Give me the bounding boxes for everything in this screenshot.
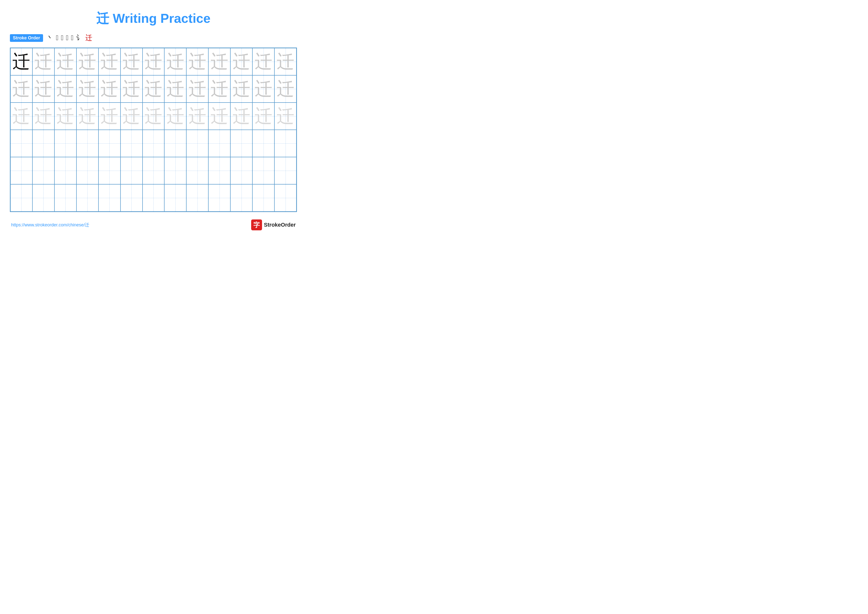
grid-cell[interactable] [164,130,186,157]
grid-cell[interactable] [98,184,121,211]
grid-cell[interactable] [208,130,230,157]
grid-cell[interactable] [253,157,274,184]
grid-cell[interactable]: 迁 [33,75,54,103]
grid-cell[interactable]: 迁 [10,48,33,75]
grid-cell[interactable]: 迁 [253,103,274,130]
grid-cell[interactable]: 迁 [98,103,121,130]
grid-cell[interactable] [76,130,98,157]
grid-cell[interactable]: 迁 [54,75,76,103]
grid-cell[interactable]: 迁 [143,75,164,103]
grid-cell[interactable]: 迁 [54,103,76,130]
grid-cell[interactable] [10,130,33,157]
page-title: 迁 Writing Practice [10,10,297,27]
logo-text: StrokeOrder [264,222,296,228]
grid-cell[interactable]: 迁 [186,75,208,103]
practice-char: 迁 [166,53,184,71]
grid-cell[interactable]: 迁 [121,75,143,103]
grid-cell[interactable] [274,184,296,211]
practice-char: 迁 [254,53,273,71]
practice-char: 迁 [211,80,228,98]
practice-char: 迁 [56,80,74,98]
grid-cell[interactable] [33,157,54,184]
grid-cell[interactable] [10,184,33,211]
grid-cell[interactable]: 迁 [208,48,230,75]
footer: https://www.strokeorder.com/chinese/迁 字 … [10,219,297,230]
grid-cell[interactable] [230,184,253,211]
grid-cell[interactable] [143,184,164,211]
grid-cell[interactable] [186,157,208,184]
grid-cell[interactable]: 迁 [54,48,76,75]
grid-cell[interactable]: 迁 [98,48,121,75]
grid-cell[interactable] [33,130,54,157]
grid-cell[interactable]: 迁 [230,75,253,103]
grid-cell[interactable]: 迁 [208,75,230,103]
grid-cell[interactable]: 迁 [10,103,33,130]
grid-cell[interactable] [121,130,143,157]
grid-cell[interactable]: 迁 [274,75,296,103]
grid-cell[interactable]: 迁 [253,48,274,75]
grid-cell[interactable]: 迁 [10,75,33,103]
grid-cell[interactable]: 迁 [164,48,186,75]
grid-cell[interactable] [164,184,186,211]
practice-grid: 迁迁迁迁迁迁迁迁迁迁迁迁迁迁迁迁迁迁迁迁迁迁迁迁迁迁迁迁迁迁迁迁迁迁迁迁迁迁迁 [10,48,297,212]
practice-char: 迁 [232,107,250,125]
practice-char: 迁 [78,53,96,71]
practice-char: 迁 [166,107,184,125]
grid-cell[interactable]: 迁 [121,103,143,130]
grid-cell[interactable] [143,157,164,184]
grid-cell[interactable] [186,184,208,211]
grid-cell[interactable]: 迁 [143,48,164,75]
grid-cell[interactable] [98,157,121,184]
grid-cell[interactable]: 迁 [164,75,186,103]
grid-cell[interactable] [208,184,230,211]
grid-cell[interactable] [274,130,296,157]
grid-cell[interactable]: 迁 [186,48,208,75]
grid-cell[interactable] [121,157,143,184]
grid-cell[interactable]: 迁 [274,48,296,75]
footer-url[interactable]: https://www.strokeorder.com/chinese/迁 [11,222,89,228]
practice-char: 迁 [277,80,294,98]
grid-cell[interactable]: 迁 [164,103,186,130]
grid-cell[interactable]: 迁 [33,103,54,130]
grid-cell[interactable] [253,130,274,157]
practice-char: 迁 [189,53,206,71]
practice-char: 迁 [34,107,52,125]
grid-cell[interactable] [164,157,186,184]
practice-char: 迁 [189,107,206,125]
grid-cell[interactable]: 迁 [208,103,230,130]
grid-cell[interactable] [54,130,76,157]
grid-cell[interactable]: 迁 [121,48,143,75]
grid-cell[interactable]: 迁 [253,75,274,103]
grid-cell[interactable]: 迁 [274,103,296,130]
grid-cell[interactable] [10,157,33,184]
grid-cell[interactable] [33,184,54,211]
practice-char: 迁 [122,53,140,71]
grid-cell[interactable] [230,157,253,184]
grid-cell[interactable] [121,184,143,211]
practice-char: 迁 [232,53,250,71]
grid-cell[interactable] [253,184,274,211]
practice-char: 迁 [122,107,140,125]
grid-cell[interactable] [186,130,208,157]
grid-cell[interactable] [98,130,121,157]
grid-cell[interactable] [143,130,164,157]
grid-cell[interactable] [54,184,76,211]
grid-cell[interactable] [208,157,230,184]
grid-cell[interactable]: 迁 [98,75,121,103]
grid-cell[interactable] [76,157,98,184]
grid-cell[interactable] [274,157,296,184]
grid-cell[interactable]: 迁 [76,48,98,75]
grid-cell[interactable]: 迁 [76,75,98,103]
grid-cell[interactable] [54,157,76,184]
grid-cell[interactable]: 迁 [143,103,164,130]
grid-cell[interactable]: 迁 [186,103,208,130]
grid-cell[interactable]: 迁 [230,103,253,130]
practice-char: 迁 [254,80,273,98]
grid-cell[interactable] [230,130,253,157]
grid-cell[interactable]: 迁 [33,48,54,75]
logo-icon: 字 [251,219,262,230]
grid-cell[interactable] [76,184,98,211]
grid-cell[interactable]: 迁 [230,48,253,75]
grid-cell[interactable]: 迁 [76,103,98,130]
practice-char: 迁 [34,53,52,71]
